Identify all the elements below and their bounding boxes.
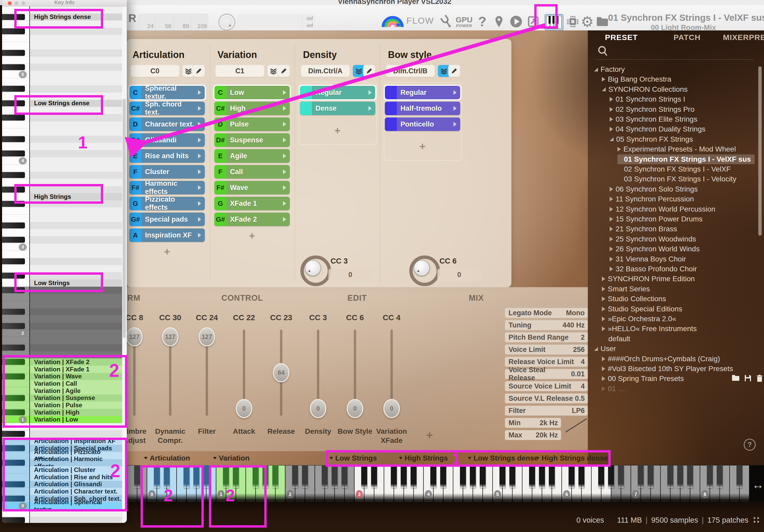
vkey-white[interactable] bbox=[2, 301, 29, 308]
setting-row-release-voice-limit[interactable]: Release Voice Limit4 bbox=[505, 357, 588, 367]
tab-preset[interactable]: PRESET bbox=[605, 33, 638, 42]
add-cell-button-variation[interactable]: + bbox=[249, 230, 255, 242]
vkey-white[interactable] bbox=[2, 143, 29, 150]
add-cell-button-articulation[interactable]: + bbox=[164, 246, 170, 258]
keyswitch-select-bow[interactable]: Dim.Ctrl/B bbox=[386, 65, 435, 77]
cc-knob-CC6[interactable] bbox=[414, 260, 430, 276]
tree-item[interactable]: #Vol3 Bisected 10th SY Player Presets bbox=[602, 364, 737, 374]
vkey-white[interactable] bbox=[2, 42, 29, 49]
tree-item[interactable]: 32 Basso Profondo Choir bbox=[610, 264, 700, 274]
black-key[interactable] bbox=[411, 465, 417, 488]
cell-density-Regular[interactable]: Regular bbox=[300, 86, 375, 99]
tree-item[interactable]: Big Bang Orchestra bbox=[602, 74, 675, 84]
tree-expand-icon[interactable] bbox=[610, 107, 613, 112]
add-slider-button[interactable]: + bbox=[426, 429, 433, 442]
save-icon[interactable] bbox=[744, 375, 752, 384]
black-key[interactable] bbox=[638, 465, 644, 488]
tree-expand-icon[interactable] bbox=[602, 316, 605, 321]
key-row[interactable] bbox=[2, 322, 127, 330]
key-row[interactable] bbox=[2, 85, 127, 92]
tree-expand-icon[interactable] bbox=[610, 237, 613, 242]
tree-expand-icon[interactable] bbox=[602, 376, 605, 381]
key-row[interactable] bbox=[2, 128, 127, 136]
slider-handle-CC8[interactable]: 127 bbox=[126, 327, 143, 346]
tree-item[interactable]: 04 Synchron Duality Strings bbox=[610, 124, 709, 134]
black-key[interactable] bbox=[648, 465, 654, 488]
cc-knob-value[interactable]: 0 bbox=[437, 269, 481, 281]
black-key[interactable] bbox=[549, 465, 555, 488]
vkey-white[interactable] bbox=[2, 78, 29, 86]
tree-collapse-icon[interactable] bbox=[602, 87, 606, 91]
setting-row-voice-steal-release[interactable]: Voice Steal Release0.01 bbox=[505, 369, 588, 379]
tree-item[interactable]: 03 Synchron FX Strings I - Velocity bbox=[618, 174, 740, 184]
tree-expand-icon[interactable] bbox=[602, 387, 605, 391]
vkey-black[interactable] bbox=[2, 114, 29, 121]
tree-expand-icon[interactable] bbox=[610, 227, 613, 231]
section-tab-control[interactable]: CONTROL bbox=[221, 293, 263, 303]
cell-articulation-Special pads[interactable]: G#Special pads bbox=[129, 213, 205, 226]
tree-item[interactable]: 01 Synchron Strings I bbox=[610, 94, 689, 104]
black-key[interactable] bbox=[361, 465, 367, 488]
key-row[interactable] bbox=[2, 337, 127, 344]
key-row[interactable] bbox=[2, 251, 127, 258]
tree-item[interactable]: Experimental Presets - Mod Wheel bbox=[618, 144, 740, 154]
tree-expand-icon[interactable] bbox=[610, 97, 613, 101]
tree-item[interactable]: 11 Synchron Percussion bbox=[610, 194, 697, 204]
pencil-icon[interactable] bbox=[193, 65, 205, 77]
vkey-black[interactable] bbox=[2, 150, 29, 157]
velocity-step[interactable]: 109 bbox=[191, 14, 208, 31]
search-icon[interactable] bbox=[598, 46, 608, 57]
black-key[interactable] bbox=[687, 465, 693, 488]
black-key[interactable] bbox=[272, 465, 278, 488]
black-key[interactable] bbox=[371, 465, 377, 488]
black-key[interactable] bbox=[578, 465, 584, 488]
setting-row-source-v-l-release[interactable]: Source V.L Release0.5 bbox=[505, 394, 588, 403]
tree-item[interactable]: 00 Spring Train Presets bbox=[602, 374, 687, 384]
key-row[interactable]: 3 bbox=[2, 244, 127, 251]
key-row[interactable] bbox=[2, 150, 127, 157]
add-cell-button-bow[interactable]: + bbox=[419, 141, 425, 152]
pencil-icon[interactable] bbox=[363, 65, 375, 77]
gpu-power-icon[interactable]: GPUPOWER bbox=[456, 12, 472, 31]
black-key[interactable] bbox=[608, 465, 614, 488]
tree-expand-icon[interactable] bbox=[610, 117, 613, 122]
tree-item[interactable]: 06 Synchron Solo Strings bbox=[610, 184, 701, 194]
tree-expand-icon[interactable] bbox=[610, 257, 613, 262]
slider-handle-CC3[interactable]: 0 bbox=[310, 399, 326, 418]
black-key[interactable] bbox=[539, 465, 545, 488]
slider-handle-CC6[interactable]: 0 bbox=[347, 399, 363, 418]
tree-collapse-icon[interactable] bbox=[610, 137, 614, 141]
vkey-black[interactable] bbox=[2, 64, 29, 71]
key-row[interactable] bbox=[2, 121, 127, 129]
vkey-white[interactable] bbox=[2, 315, 29, 322]
master-volume-knob[interactable] bbox=[218, 14, 236, 31]
key-row[interactable] bbox=[2, 301, 127, 308]
black-key[interactable] bbox=[736, 465, 742, 488]
trash-icon[interactable] bbox=[756, 375, 763, 384]
tree-item[interactable]: »Epic Orchestra 2.0« bbox=[602, 314, 680, 324]
tree-expand-icon[interactable] bbox=[602, 77, 605, 82]
keyswitch-select-density[interactable]: Dim.Ctrl/A bbox=[301, 65, 350, 77]
setting-row-legato-mode[interactable]: Legato ModeMono bbox=[505, 308, 588, 318]
black-key[interactable] bbox=[470, 465, 476, 488]
keyswitch-select-articulation[interactable]: C0 bbox=[130, 65, 179, 77]
key-row[interactable]: 2 bbox=[2, 330, 127, 337]
vkey-black[interactable] bbox=[2, 222, 29, 229]
vkey-white[interactable] bbox=[2, 121, 29, 129]
vkey-white[interactable] bbox=[2, 229, 29, 236]
tuning-fork-icon[interactable] bbox=[439, 12, 454, 31]
vkey-black[interactable] bbox=[2, 85, 29, 92]
black-key[interactable] bbox=[391, 465, 397, 488]
tree-expand-icon[interactable] bbox=[618, 147, 621, 151]
key-row[interactable] bbox=[2, 207, 127, 215]
vkey-white[interactable] bbox=[2, 265, 29, 272]
tree-item[interactable]: User bbox=[594, 344, 620, 354]
folder-icon[interactable] bbox=[732, 375, 740, 384]
vkey-black[interactable] bbox=[2, 258, 29, 265]
add-cell-button-density[interactable]: + bbox=[334, 125, 340, 136]
cell-articulation-Rise and hits[interactable]: ERise and hits bbox=[129, 149, 205, 163]
key-row[interactable] bbox=[2, 64, 127, 71]
cell-variation-Call[interactable]: FCall bbox=[214, 165, 290, 179]
play-icon[interactable] bbox=[508, 12, 524, 31]
vkey-black[interactable] bbox=[2, 28, 29, 35]
